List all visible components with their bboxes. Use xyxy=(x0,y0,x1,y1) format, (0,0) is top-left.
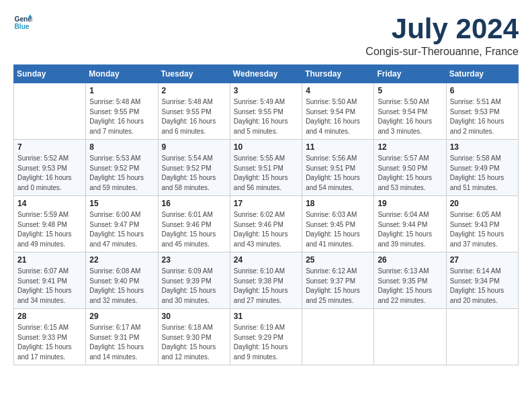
calendar-cell: 23Sunrise: 6:09 AMSunset: 9:39 PMDayligh… xyxy=(158,253,230,309)
calendar-cell: 30Sunrise: 6:18 AMSunset: 9:30 PMDayligh… xyxy=(158,309,230,365)
calendar-cell: 10Sunrise: 5:55 AMSunset: 9:51 PMDayligh… xyxy=(230,140,302,196)
day-number: 31 xyxy=(234,312,298,321)
day-number: 19 xyxy=(378,199,442,208)
day-number: 25 xyxy=(306,255,370,265)
day-info: Sunrise: 5:52 AMSunset: 9:53 PMDaylight:… xyxy=(17,154,82,193)
calendar-cell: 25Sunrise: 6:12 AMSunset: 9:37 PMDayligh… xyxy=(302,253,374,309)
calendar-weekday-header: Friday xyxy=(374,65,446,83)
day-info: Sunrise: 5:51 AMSunset: 9:53 PMDaylight:… xyxy=(450,97,515,136)
calendar-cell: 7Sunrise: 5:52 AMSunset: 9:53 PMDaylight… xyxy=(14,140,86,196)
calendar-table: SundayMondayTuesdayWednesdayThursdayFrid… xyxy=(13,64,519,365)
day-number: 8 xyxy=(89,142,154,152)
day-number: 16 xyxy=(162,199,226,208)
day-number: 5 xyxy=(378,86,442,95)
day-info: Sunrise: 6:17 AMSunset: 9:31 PMDaylight:… xyxy=(89,323,154,362)
calendar-cell: 4Sunrise: 5:50 AMSunset: 9:54 PMDaylight… xyxy=(302,83,374,140)
day-number: 6 xyxy=(450,86,515,95)
day-number: 15 xyxy=(89,199,154,208)
day-number: 14 xyxy=(17,199,82,208)
calendar-cell: 13Sunrise: 5:58 AMSunset: 9:49 PMDayligh… xyxy=(446,140,518,196)
day-info: Sunrise: 6:00 AMSunset: 9:47 PMDaylight:… xyxy=(89,210,154,249)
day-number: 10 xyxy=(234,142,298,152)
calendar-cell: 18Sunrise: 6:03 AMSunset: 9:45 PMDayligh… xyxy=(302,196,374,253)
day-info: Sunrise: 5:50 AMSunset: 9:54 PMDaylight:… xyxy=(378,97,442,136)
calendar-cell: 14Sunrise: 5:59 AMSunset: 9:48 PMDayligh… xyxy=(14,196,86,253)
day-info: Sunrise: 5:48 AMSunset: 9:55 PMDaylight:… xyxy=(89,97,154,136)
calendar-cell: 2Sunrise: 5:48 AMSunset: 9:55 PMDaylight… xyxy=(158,83,230,140)
day-info: Sunrise: 5:55 AMSunset: 9:51 PMDaylight:… xyxy=(234,154,298,193)
day-number: 20 xyxy=(450,199,515,208)
calendar-cell: 1Sunrise: 5:48 AMSunset: 9:55 PMDaylight… xyxy=(86,83,158,140)
day-info: Sunrise: 5:50 AMSunset: 9:54 PMDaylight:… xyxy=(306,97,370,136)
calendar-header-row: SundayMondayTuesdayWednesdayThursdayFrid… xyxy=(14,65,519,83)
calendar-weekday-header: Wednesday xyxy=(230,65,302,83)
day-number: 23 xyxy=(162,255,226,265)
calendar-weekday-header: Sunday xyxy=(14,65,86,83)
day-info: Sunrise: 5:56 AMSunset: 9:51 PMDaylight:… xyxy=(306,154,370,193)
calendar-cell: 3Sunrise: 5:49 AMSunset: 9:55 PMDaylight… xyxy=(230,83,302,140)
calendar-weekday-header: Saturday xyxy=(446,65,518,83)
day-info: Sunrise: 6:02 AMSunset: 9:46 PMDaylight:… xyxy=(234,210,298,249)
day-number: 21 xyxy=(17,255,82,265)
day-info: Sunrise: 6:04 AMSunset: 9:44 PMDaylight:… xyxy=(378,210,442,249)
calendar-cell: 27Sunrise: 6:14 AMSunset: 9:34 PMDayligh… xyxy=(446,253,518,309)
calendar-cell: 8Sunrise: 5:53 AMSunset: 9:52 PMDaylight… xyxy=(86,140,158,196)
title-area: July 2024 Congis-sur-Therouanne, France xyxy=(365,13,519,58)
calendar-cell: 6Sunrise: 5:51 AMSunset: 9:53 PMDaylight… xyxy=(446,83,518,140)
day-info: Sunrise: 6:14 AMSunset: 9:34 PMDaylight:… xyxy=(450,267,515,306)
calendar-body: 1Sunrise: 5:48 AMSunset: 9:55 PMDaylight… xyxy=(14,83,519,365)
day-info: Sunrise: 5:58 AMSunset: 9:49 PMDaylight:… xyxy=(450,154,515,193)
calendar-cell xyxy=(374,309,446,365)
day-number: 9 xyxy=(162,142,226,152)
day-number: 24 xyxy=(234,255,298,265)
day-info: Sunrise: 5:57 AMSunset: 9:50 PMDaylight:… xyxy=(378,154,442,193)
calendar-cell: 15Sunrise: 6:00 AMSunset: 9:47 PMDayligh… xyxy=(86,196,158,253)
day-info: Sunrise: 5:48 AMSunset: 9:55 PMDaylight:… xyxy=(162,97,226,136)
calendar-cell: 21Sunrise: 6:07 AMSunset: 9:41 PMDayligh… xyxy=(14,253,86,309)
calendar-cell: 9Sunrise: 5:54 AMSunset: 9:52 PMDaylight… xyxy=(158,140,230,196)
day-info: Sunrise: 6:12 AMSunset: 9:37 PMDaylight:… xyxy=(306,267,370,306)
day-number: 1 xyxy=(89,86,154,95)
calendar-cell xyxy=(446,309,518,365)
calendar-cell: 16Sunrise: 6:01 AMSunset: 9:46 PMDayligh… xyxy=(158,196,230,253)
day-info: Sunrise: 6:09 AMSunset: 9:39 PMDaylight:… xyxy=(162,267,226,306)
calendar-cell xyxy=(302,309,374,365)
day-number: 27 xyxy=(450,255,515,265)
day-number: 22 xyxy=(89,255,154,265)
calendar-week-row: 14Sunrise: 5:59 AMSunset: 9:48 PMDayligh… xyxy=(14,196,519,253)
page-header: General Blue July 2024 Congis-sur-Therou… xyxy=(13,13,519,58)
day-number: 2 xyxy=(162,86,226,95)
location-title: Congis-sur-Therouanne, France xyxy=(365,46,519,58)
calendar-week-row: 1Sunrise: 5:48 AMSunset: 9:55 PMDaylight… xyxy=(14,83,519,140)
calendar-week-row: 21Sunrise: 6:07 AMSunset: 9:41 PMDayligh… xyxy=(14,253,519,309)
svg-text:Blue: Blue xyxy=(15,23,30,30)
day-number: 12 xyxy=(378,142,442,152)
day-info: Sunrise: 5:54 AMSunset: 9:52 PMDaylight:… xyxy=(162,154,226,193)
calendar-cell: 20Sunrise: 6:05 AMSunset: 9:43 PMDayligh… xyxy=(446,196,518,253)
calendar-cell: 11Sunrise: 5:56 AMSunset: 9:51 PMDayligh… xyxy=(302,140,374,196)
day-number: 29 xyxy=(89,312,154,321)
day-info: Sunrise: 6:13 AMSunset: 9:35 PMDaylight:… xyxy=(378,267,442,306)
day-number: 28 xyxy=(17,312,82,321)
calendar-cell: 5Sunrise: 5:50 AMSunset: 9:54 PMDaylight… xyxy=(374,83,446,140)
day-info: Sunrise: 6:07 AMSunset: 9:41 PMDaylight:… xyxy=(17,267,82,306)
day-info: Sunrise: 6:15 AMSunset: 9:33 PMDaylight:… xyxy=(17,323,82,362)
day-info: Sunrise: 6:03 AMSunset: 9:45 PMDaylight:… xyxy=(306,210,370,249)
calendar-weekday-header: Thursday xyxy=(302,65,374,83)
calendar-week-row: 28Sunrise: 6:15 AMSunset: 9:33 PMDayligh… xyxy=(14,309,519,365)
calendar-cell: 31Sunrise: 6:19 AMSunset: 9:29 PMDayligh… xyxy=(230,309,302,365)
day-number: 17 xyxy=(234,199,298,208)
day-info: Sunrise: 5:59 AMSunset: 9:48 PMDaylight:… xyxy=(17,210,82,249)
calendar-cell: 17Sunrise: 6:02 AMSunset: 9:46 PMDayligh… xyxy=(230,196,302,253)
calendar-cell: 19Sunrise: 6:04 AMSunset: 9:44 PMDayligh… xyxy=(374,196,446,253)
logo-icon: General Blue xyxy=(13,13,32,32)
day-info: Sunrise: 6:08 AMSunset: 9:40 PMDaylight:… xyxy=(89,267,154,306)
calendar-cell: 12Sunrise: 5:57 AMSunset: 9:50 PMDayligh… xyxy=(374,140,446,196)
day-info: Sunrise: 6:18 AMSunset: 9:30 PMDaylight:… xyxy=(162,323,226,362)
month-title: July 2024 xyxy=(365,13,519,44)
calendar-weekday-header: Monday xyxy=(86,65,158,83)
calendar-cell: 22Sunrise: 6:08 AMSunset: 9:40 PMDayligh… xyxy=(86,253,158,309)
day-number: 18 xyxy=(306,199,370,208)
calendar-week-row: 7Sunrise: 5:52 AMSunset: 9:53 PMDaylight… xyxy=(14,140,519,196)
calendar-cell: 26Sunrise: 6:13 AMSunset: 9:35 PMDayligh… xyxy=(374,253,446,309)
